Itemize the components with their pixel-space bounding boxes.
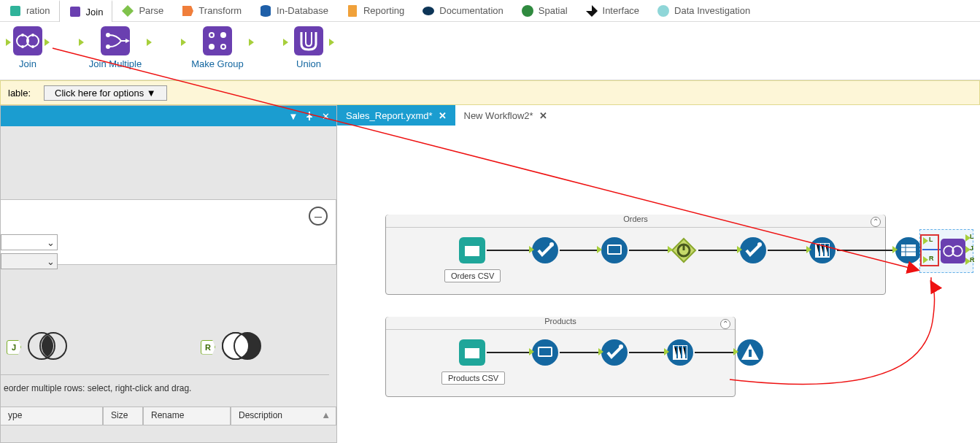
connector-in-icon — [181, 39, 186, 46]
tool-union[interactable]: Union — [283, 26, 334, 69]
indb-icon — [259, 4, 272, 18]
combo-field-left-2[interactable]: ⌄ — [1, 253, 58, 269]
transform-icon — [181, 4, 194, 18]
container-orders[interactable]: Orders ⌃ Orders CSV — [385, 215, 886, 295]
svg-point-11 — [657, 5, 669, 17]
tab-interface[interactable]: Interface — [576, 0, 649, 22]
container-products[interactable]: Products ⌃ Products CSV — [385, 317, 736, 397]
config-titlebar: ▼ ✕ — [1, 106, 336, 126]
tool-make-group[interactable]: Make Group — [181, 26, 254, 69]
config-pane: ▼ ✕ – ⌄ ⌄ J — [0, 105, 337, 443]
combo-field-left[interactable]: ⌄ — [1, 234, 58, 250]
tab-parse[interactable]: Parse — [112, 0, 172, 22]
report-icon — [346, 4, 359, 18]
dropped-join-selection[interactable]: L R L J R — [919, 229, 973, 273]
tool-join[interactable]: Join — [6, 26, 50, 69]
collapse-icon[interactable]: ⌃ — [871, 217, 881, 227]
svg-rect-51 — [901, 244, 916, 256]
venn-left-icon — [26, 331, 69, 363]
tab-indatabase[interactable]: In-Database — [250, 0, 337, 22]
tab-label: Documentation — [439, 5, 503, 16]
main-area: ▼ ✕ – ⌄ ⌄ J — [0, 105, 980, 443]
tab-spatial[interactable]: Spatial — [512, 0, 576, 22]
svg-point-26 — [209, 44, 215, 50]
join-multiple-icon — [101, 26, 130, 55]
svg-point-29 — [222, 45, 225, 48]
container-title: Orders — [386, 215, 885, 228]
join-icon — [69, 5, 82, 18]
collapse-icon[interactable]: ⌃ — [720, 319, 730, 329]
config-body: – ⌄ ⌄ J R — [1, 126, 336, 442]
tab-label: Spatial — [539, 5, 568, 16]
col-size[interactable]: Size — [103, 407, 143, 425]
workflow-tab-label: Sales_Report.yxmd* — [346, 110, 433, 121]
workflow-tab-new[interactable]: New Workflow2* ✕ — [455, 105, 556, 126]
node-filter[interactable] — [671, 237, 697, 263]
svg-rect-55 — [539, 348, 551, 355]
tab-transform[interactable]: Transform — [172, 0, 250, 22]
close-icon[interactable]: ✕ — [439, 110, 447, 121]
iface-icon — [585, 4, 598, 18]
canvas-pane: Sales_Report.yxmd* ✕ New Workflow2* ✕ Or… — [337, 105, 980, 443]
notification-bar: lable: Click here for options ▼ — [0, 80, 980, 105]
dropdown-icon[interactable]: ▼ — [288, 111, 298, 121]
tab-documentation[interactable]: Documentation — [413, 0, 512, 22]
remove-row-button[interactable]: – — [309, 207, 328, 226]
node-label-orders: Orders CSV — [444, 269, 501, 282]
pin-icon[interactable] — [304, 111, 315, 121]
ribbon-tabs: ration Join Parse Transform In-Database … — [0, 0, 980, 22]
svg-marker-9 — [592, 5, 598, 11]
node-select-p[interactable] — [601, 339, 628, 366]
tab-reporting[interactable]: Reporting — [337, 0, 413, 22]
close-icon[interactable]: ✕ — [539, 110, 547, 121]
tool-join-multiple[interactable]: Join Multiple — [79, 26, 152, 69]
svg-point-28 — [210, 34, 213, 36]
svg-point-5 — [261, 12, 271, 17]
tool-palette: Join Join Multiple Make Group — [0, 22, 980, 80]
tool-label: Join Multiple — [79, 58, 152, 69]
tab-datainvestigation[interactable]: Data Investigation — [648, 0, 759, 22]
doc-icon — [422, 4, 435, 18]
tab-label: Reporting — [363, 5, 404, 16]
venn-row: J R — [7, 331, 263, 363]
node-summarize[interactable] — [895, 237, 922, 263]
svg-point-15 — [21, 34, 24, 36]
tab-label: Parse — [139, 5, 163, 16]
svg-rect-1 — [70, 7, 80, 17]
connector-out-icon — [249, 39, 254, 46]
col-rename[interactable]: Rename — [143, 407, 231, 425]
venn-right-icon — [220, 331, 263, 363]
close-icon[interactable]: ✕ — [320, 111, 331, 121]
svg-point-47 — [757, 242, 762, 247]
node-formula[interactable] — [809, 237, 836, 263]
union-icon — [294, 26, 323, 55]
make-group-icon — [203, 26, 232, 55]
tool-label: Make Group — [181, 58, 254, 69]
node-sort-p[interactable] — [737, 339, 763, 366]
node-formula-p[interactable] — [667, 339, 693, 366]
join-tool-icon — [13, 26, 42, 55]
node-input-orders[interactable] — [459, 237, 485, 263]
scroll-up-icon[interactable]: ▲ — [321, 409, 331, 420]
node-select-2[interactable] — [740, 237, 766, 263]
spatial-icon — [521, 4, 534, 18]
node-browse[interactable] — [601, 237, 628, 263]
workflow-tab-sales[interactable]: Sales_Report.yxmd* ✕ — [337, 105, 455, 126]
svg-rect-23 — [203, 26, 232, 55]
node-browse-p[interactable] — [532, 339, 558, 366]
svg-point-17 — [21, 45, 24, 48]
node-input-products[interactable] — [459, 339, 485, 366]
tab-join[interactable]: Join — [59, 0, 113, 22]
parse-icon — [121, 4, 134, 18]
svg-rect-0 — [10, 6, 20, 16]
col-type[interactable]: ype — [1, 407, 103, 425]
connector-out-icon — [329, 39, 334, 46]
notif-options-button[interactable]: Click here for options ▼ — [44, 85, 167, 101]
connector-out-icon — [45, 39, 50, 46]
tab-preparation[interactable]: ration — [0, 0, 59, 22]
notif-label: lable: — [8, 88, 31, 99]
node-select[interactable] — [532, 237, 558, 263]
tab-label: Data Investigation — [674, 5, 750, 16]
tool-label: Union — [283, 58, 334, 69]
svg-point-8 — [522, 5, 533, 17]
